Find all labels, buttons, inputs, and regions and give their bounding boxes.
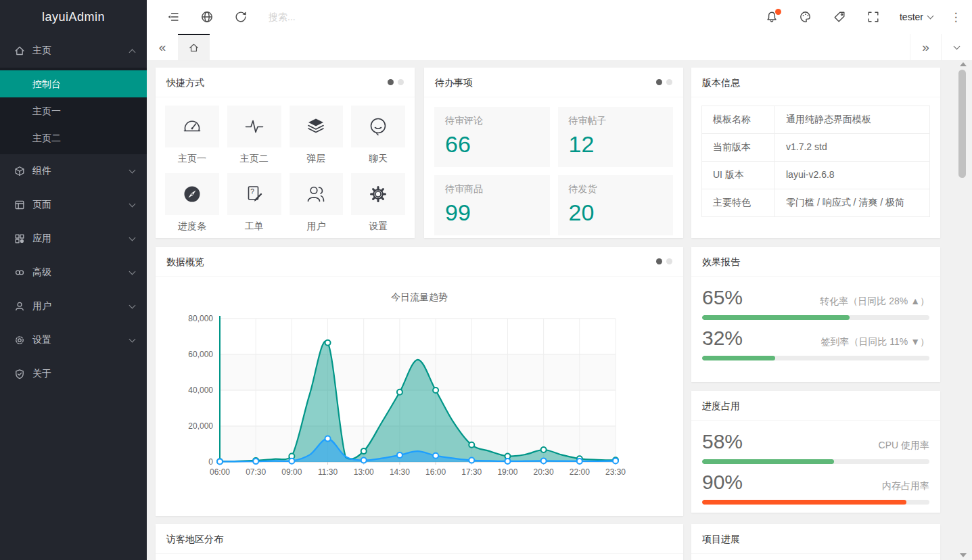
chevron-down-icon [129,167,136,174]
svg-text:20:30: 20:30 [534,467,554,477]
stat-cpu: 58%CPU 使用率 [702,430,929,464]
fullscreen-button[interactable] [856,0,890,34]
shortcut-set[interactable]: 设置 [351,173,405,233]
stat-percent: 65% [702,286,820,309]
svg-text:20,000: 20,000 [188,421,213,431]
carousel-indicators [388,79,404,85]
sidebar-item-home[interactable]: 主页 [0,34,147,68]
chart-title: 今日流量趋势 [156,291,683,304]
tabs-scroll-left-button[interactable]: « [147,34,178,60]
tab-home[interactable] [178,34,210,60]
pulse-icon [244,116,264,137]
search-input[interactable] [269,11,411,22]
carousel-dot[interactable] [398,79,404,85]
tag-button[interactable] [823,0,856,34]
compass-icon [182,184,202,204]
header-right-group: tester ⋮ [755,0,972,34]
todo-count: 66 [445,131,539,158]
sidebar-item-console[interactable]: 控制台 [0,70,147,97]
svg-text:11:30: 11:30 [318,467,338,477]
shrink-sidebar-button[interactable] [156,0,190,34]
right-column: 效果报告 65%转化率（日同比 28% ▲） 32%签到率（日同比 11% ▼） [691,247,940,516]
top-header: tester ⋮ [147,0,972,34]
home-icon [189,43,199,53]
sidebar-submenu-home: 控制台 主页一 主页二 [0,68,147,154]
carousel-dot[interactable] [666,258,672,264]
more-menu-button[interactable]: ⋮ [942,10,969,24]
sidebar-item-app[interactable]: 应用 [0,222,147,256]
todo-card-shipments: 待发货 20 [558,175,674,235]
shortcut-workorder[interactable]: ? 工单 [227,173,281,233]
sidebar-item-about[interactable]: 关于 [0,357,147,391]
senior-icon [14,267,25,278]
panel-title: 访客地区分布 [166,524,672,554]
user-menu[interactable]: tester [890,0,942,34]
app-logo: layuiAdmin [0,0,147,34]
carousel-dot-active[interactable] [656,79,662,85]
scrollbar-up-arrow[interactable] [960,62,967,66]
progress-bar [702,459,929,464]
svg-text:09:00: 09:00 [281,467,302,477]
stat-percent: 58% [702,430,879,453]
chevron-down-icon [927,13,934,20]
scrollbar-down-arrow[interactable] [960,553,967,557]
sidebar-item-home1[interactable]: 主页一 [0,97,147,124]
vertical-scrollbar[interactable] [958,61,968,559]
shortcut-user[interactable]: 用户 [290,173,344,233]
scrollbar-thumb[interactable] [958,70,966,178]
todo-count: 12 [569,131,663,158]
tabs-scroll-right-button[interactable]: » [910,34,941,60]
carousel-dot[interactable] [666,79,672,85]
sidebar-item-set[interactable]: 设置 [0,323,147,357]
todo-count: 20 [569,200,663,226]
shortcut-home2[interactable]: 主页二 [227,106,281,165]
stat-conversion: 65%转化率（日同比 28% ▲） [702,286,929,320]
panel-todo: 待办事项 待审评论 66 待审帖子 12 待审商品 [424,68,683,238]
svg-text:17:30: 17:30 [461,467,482,477]
svg-text:19:00: 19:00 [497,467,517,477]
speedometer-icon [182,116,202,137]
panel-title: 待办事项 [435,68,656,97]
website-button[interactable] [190,0,224,34]
theme-button[interactable] [789,0,823,34]
main-area: tester ⋮ « » 快捷方式 [147,0,972,560]
sidebar-item-label: 用户 [32,300,130,312]
carousel-dot-active[interactable] [656,258,662,264]
component-icon [14,166,25,177]
chevron-down-icon [129,269,136,275]
panel-version: 版本信息 模板名称通用纯静态界面模板 当前版本v1.7.2 std UI 版本l… [691,68,940,238]
refresh-button[interactable] [224,0,258,34]
theme-icon [800,11,812,23]
sidebar-item-label: 设置 [32,334,130,346]
svg-text:?: ? [250,188,254,195]
shortcut-chat[interactable]: 聊天 [351,106,405,165]
sidebar-item-label: 组件 [32,165,130,177]
app-icon [14,233,25,244]
sidebar-item-home2[interactable]: 主页二 [0,124,147,151]
sidebar-item-senior[interactable]: 高级 [0,256,147,289]
sidebar-item-page[interactable]: 页面 [0,188,147,222]
sidebar-item-user[interactable]: 用户 [0,289,147,323]
stat-signin: 32%签到率（日同比 11% ▼） [702,327,929,360]
chat-face-icon [368,116,388,137]
refresh-icon [235,11,247,23]
svg-text:07:30: 07:30 [246,467,266,477]
shortcut-home1[interactable]: 主页一 [165,106,219,165]
shortcut-progress[interactable]: 进度条 [165,173,219,233]
panel-usage: 进度占用 58%CPU 使用率 90%内存占用率 [691,391,940,513]
progress-bar [702,315,929,320]
carousel-dot-active[interactable] [388,79,394,85]
notifications-button[interactable] [755,0,789,34]
panel-data-overview: 数据概览 今日流量趋势 020,00040,00060,00080,00006:… [156,247,683,516]
panel-title: 项目进展 [702,524,929,554]
home-icon [14,45,25,56]
tabs-menu-button[interactable] [941,34,972,60]
stat-label: 内存占用率 [882,480,929,492]
sidebar-item-component[interactable]: 组件 [0,154,147,188]
tag-icon [833,11,846,23]
svg-text:23:30: 23:30 [605,467,626,477]
stat-memory: 90%内存占用率 [702,471,929,505]
stat-percent: 90% [702,471,882,494]
shortcut-layer[interactable]: 弹层 [290,106,344,165]
users-icon [306,184,326,204]
